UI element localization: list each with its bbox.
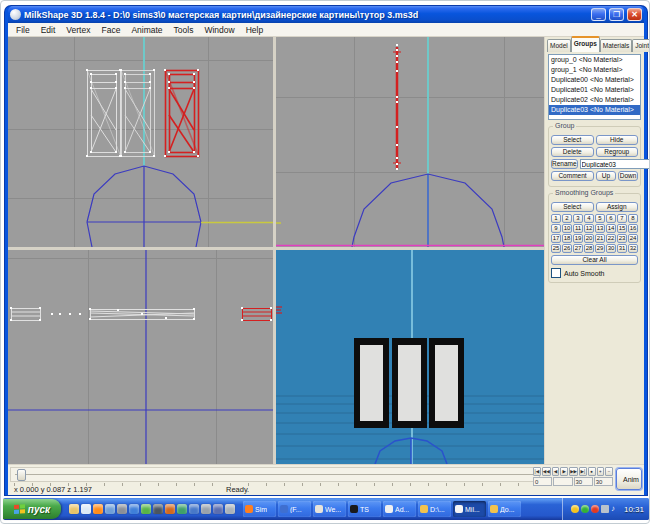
taskbar-task-button[interactable]: (F... (278, 501, 311, 517)
group-hide-button[interactable]: Hide (596, 135, 639, 145)
group-list-item[interactable]: group_0 <No Material> (549, 55, 640, 65)
group-rename-button[interactable]: Rename (551, 159, 578, 169)
panel-tab[interactable]: Groups (571, 36, 600, 52)
taskbar-task-button[interactable]: TS (348, 501, 381, 517)
smoothing-number-button[interactable]: 28 (584, 244, 594, 253)
group-select-button[interactable]: Select (551, 135, 594, 145)
smoothing-select-button[interactable]: Select (551, 202, 594, 212)
quicklaunch-icon[interactable] (117, 504, 127, 514)
smoothing-number-button[interactable]: 18 (562, 234, 572, 243)
anim-button[interactable]: Anim (616, 468, 642, 490)
smoothing-number-button[interactable]: 15 (617, 224, 627, 233)
menu-item[interactable]: Help (241, 24, 268, 36)
quicklaunch-icon[interactable] (69, 504, 79, 514)
smoothing-number-button[interactable]: 2 (562, 214, 572, 223)
group-comment-button[interactable]: Comment (551, 171, 594, 181)
smoothing-number-button[interactable]: 14 (606, 224, 616, 233)
maximize-button[interactable]: ❒ (609, 8, 624, 21)
group-down-button[interactable]: Down (618, 171, 638, 181)
quicklaunch-icon[interactable] (81, 504, 91, 514)
smoothing-assign-button[interactable]: Assign (596, 202, 639, 212)
taskbar-task-button[interactable]: Sim (243, 501, 276, 517)
menu-item[interactable]: Window (199, 24, 239, 36)
rename-input[interactable] (580, 159, 650, 169)
viewport-side[interactable] (276, 37, 544, 247)
quicklaunch-icon[interactable] (141, 504, 151, 514)
smoothing-number-button[interactable]: 13 (595, 224, 605, 233)
minimize-button[interactable]: _ (591, 8, 606, 21)
quicklaunch-icon[interactable] (93, 504, 103, 514)
keyframer-frame-field[interactable]: 30 (594, 477, 613, 486)
panel-tab[interactable]: Model (547, 39, 571, 52)
smoothing-number-button[interactable]: 32 (628, 244, 638, 253)
groups-listbox[interactable]: group_0 <No Material>group_1 <No Materia… (548, 54, 641, 120)
smoothing-number-button[interactable]: 22 (606, 234, 616, 243)
start-button[interactable]: пуск (3, 499, 61, 519)
smoothing-number-button[interactable]: 20 (584, 234, 594, 243)
keyframer-transport-button[interactable]: ◀ (552, 467, 560, 476)
smoothing-number-button[interactable]: 29 (595, 244, 605, 253)
viewport-front[interactable] (8, 37, 273, 247)
quicklaunch-icon[interactable] (189, 504, 199, 514)
close-button[interactable]: ✕ (627, 8, 642, 21)
group-list-item[interactable]: Duplicate02 <No Material> (549, 95, 640, 105)
tray-icon[interactable] (591, 505, 599, 513)
smoothing-number-button[interactable]: 3 (573, 214, 583, 223)
quicklaunch-icon[interactable] (105, 504, 115, 514)
tray-icon[interactable] (601, 505, 609, 513)
group-list-item[interactable]: Duplicate00 <No Material> (549, 75, 640, 85)
keyframer-transport-button[interactable]: − (605, 467, 613, 476)
quicklaunch-icon[interactable] (177, 504, 187, 514)
timeline-slider[interactable] (10, 467, 540, 482)
keyframer-frame-field[interactable] (553, 477, 572, 486)
smoothing-number-button[interactable]: 7 (617, 214, 627, 223)
menu-item[interactable]: Face (96, 24, 125, 36)
keyframer-transport-button[interactable]: + (597, 467, 605, 476)
smoothing-number-button[interactable]: 30 (606, 244, 616, 253)
viewport-3d[interactable] (276, 250, 544, 464)
smoothing-number-button[interactable]: 9 (551, 224, 561, 233)
menu-item[interactable]: Edit (36, 24, 61, 36)
taskbar-task-button[interactable]: We... (313, 501, 346, 517)
smoothing-number-button[interactable]: 8 (628, 214, 638, 223)
smoothing-number-button[interactable]: 19 (573, 234, 583, 243)
keyframer-transport-button[interactable]: ▶ (560, 467, 568, 476)
keyframer-transport-button[interactable]: ◀◀ (542, 467, 551, 476)
tray-icon[interactable] (581, 505, 589, 513)
group-regroup-button[interactable]: Regroup (596, 147, 639, 157)
keyframer-transport-button[interactable]: ▶▶ (569, 467, 578, 476)
quicklaunch-icon[interactable] (153, 504, 163, 514)
keyframer-transport-button[interactable]: |◀ (533, 467, 541, 476)
keyframer-transport-button[interactable]: ▶| (579, 467, 587, 476)
panel-tab[interactable]: Joints (632, 39, 650, 52)
group-up-button[interactable]: Up (596, 171, 616, 181)
smoothing-number-button[interactable]: 11 (573, 224, 583, 233)
keyframer-frame-field[interactable]: 0 (533, 477, 552, 486)
taskbar-task-button[interactable]: Ad... (383, 501, 416, 517)
smoothing-number-button[interactable]: 27 (573, 244, 583, 253)
group-list-item[interactable]: group_1 <No Material> (549, 65, 640, 75)
smoothing-number-button[interactable]: 5 (595, 214, 605, 223)
smoothing-number-button[interactable]: 17 (551, 234, 561, 243)
menu-item[interactable]: File (11, 24, 35, 36)
smoothing-number-button[interactable]: 23 (617, 234, 627, 243)
quicklaunch-icon[interactable] (213, 504, 223, 514)
menu-item[interactable]: Tools (169, 24, 199, 36)
taskbar-task-button[interactable]: Mil... (453, 501, 486, 517)
smoothing-number-button[interactable]: 6 (606, 214, 616, 223)
smoothing-number-button[interactable]: 21 (595, 234, 605, 243)
smoothing-number-button[interactable]: 12 (584, 224, 594, 233)
tray-icon[interactable] (611, 505, 619, 513)
smoothing-number-button[interactable]: 24 (628, 234, 638, 243)
smoothing-number-button[interactable]: 26 (562, 244, 572, 253)
taskbar-task-button[interactable]: D:\... (418, 501, 451, 517)
menu-item[interactable]: Animate (126, 24, 167, 36)
keyframer-frame-field[interactable]: 30 (574, 477, 593, 486)
quicklaunch-icon[interactable] (129, 504, 139, 514)
smoothing-number-button[interactable]: 1 (551, 214, 561, 223)
quicklaunch-icon[interactable] (201, 504, 211, 514)
quicklaunch-icon[interactable] (165, 504, 175, 514)
timeline-handle[interactable] (17, 469, 26, 481)
panel-tab[interactable]: Materials (600, 39, 632, 52)
tray-icon[interactable] (571, 505, 579, 513)
